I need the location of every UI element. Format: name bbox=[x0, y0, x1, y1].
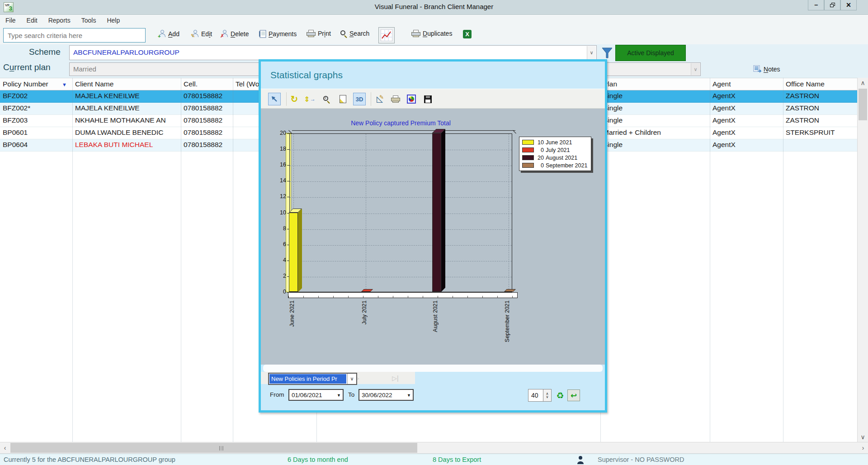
vertical-scroll-thumb[interactable] bbox=[859, 89, 867, 120]
duplicates-button[interactable]: Duplicates bbox=[411, 30, 452, 37]
filter-funnel-icon[interactable] bbox=[601, 47, 613, 60]
menu-edit[interactable]: Edit bbox=[21, 17, 43, 24]
page-icon bbox=[340, 95, 346, 103]
date-range-row: From 01/06/2021 ▼ To 30/06/2022 ▼ 40 ∧ ∨… bbox=[261, 389, 605, 402]
column-office-name[interactable]: Office Name bbox=[786, 80, 854, 88]
dialog-toolbar: ↻ ⇕ → + 3D ◺ ✎ bbox=[261, 89, 605, 109]
pencil-icon: ✎ bbox=[379, 94, 384, 100]
column-separator bbox=[710, 78, 710, 442]
print-button[interactable]: Print bbox=[307, 30, 331, 37]
status-record-count: Currently 5 for the ABCFUNERALPARLOURGRO… bbox=[4, 456, 175, 463]
plot-3d-floor bbox=[288, 292, 518, 298]
restore-button[interactable] bbox=[824, 0, 840, 10]
user-icon bbox=[577, 456, 584, 465]
current-plan-chevron-down-icon[interactable]: ∨ bbox=[691, 63, 700, 75]
spin-down-icon[interactable]: ∨ bbox=[546, 395, 549, 399]
notes-icon bbox=[753, 65, 762, 73]
move-button[interactable]: ⇕ → bbox=[303, 93, 316, 105]
panel-bottom-strip bbox=[263, 365, 603, 372]
plot-3d-top-edge bbox=[292, 130, 515, 131]
return-arrow-icon: ↩ bbox=[571, 391, 577, 400]
zoom-button[interactable]: + bbox=[320, 93, 333, 105]
add-button[interactable]: + Add bbox=[159, 30, 179, 38]
scheme-value: ABCFUNERALPARLOURGROUP bbox=[73, 48, 179, 57]
excel-export-button[interactable]: X bbox=[463, 30, 472, 38]
window-controls: − × bbox=[808, 0, 857, 10]
rotate-button[interactable]: ↻ bbox=[288, 93, 301, 105]
search-button[interactable]: Search bbox=[340, 30, 369, 37]
cell-plan: Married + Children bbox=[603, 128, 708, 137]
column-cell[interactable]: Cell. bbox=[184, 80, 231, 88]
close-button[interactable]: × bbox=[840, 0, 857, 10]
chart-gallery-button[interactable] bbox=[405, 93, 418, 105]
duplicates-label: Duplicates bbox=[423, 30, 452, 37]
close-icon: × bbox=[846, 0, 851, 10]
rotate-icon: ↻ bbox=[291, 94, 298, 104]
chart-panel: New Policy captured Premium Total 024681… bbox=[261, 109, 605, 365]
cell-client: MAJELA KENEILWE bbox=[75, 92, 179, 100]
scroll-up-icon[interactable]: ∧ bbox=[858, 78, 868, 88]
column-policy-number[interactable]: Policy Number bbox=[3, 80, 61, 88]
sort-desc-icon[interactable]: ▼ bbox=[62, 82, 67, 87]
scheme-chevron-down-icon[interactable]: ∨ bbox=[587, 46, 596, 59]
vertical-scrollbar[interactable]: ∧ ∨ bbox=[857, 78, 868, 442]
column-plan[interactable]: Plan bbox=[603, 80, 707, 88]
column-agent[interactable]: Agent bbox=[712, 80, 780, 88]
y-tick-label: 2 bbox=[267, 273, 286, 279]
pointer-mode-button[interactable] bbox=[268, 93, 281, 105]
scroll-right-icon[interactable]: › bbox=[858, 442, 868, 453]
apply-button[interactable]: ↩ bbox=[567, 389, 580, 401]
edit-button[interactable]: ✎ Edit bbox=[192, 30, 212, 38]
nav-last-button[interactable]: ▷| bbox=[392, 375, 398, 382]
from-date-picker[interactable]: 01/06/2021 ▼ bbox=[288, 389, 344, 401]
cell-policy: BP0604 bbox=[3, 141, 71, 149]
duplicates-printer-icon bbox=[411, 30, 420, 37]
delete-person-icon: ✗ bbox=[222, 30, 228, 38]
pie-gallery-icon bbox=[407, 95, 416, 104]
cell-client: MAJELA KENEILWE bbox=[75, 104, 179, 112]
bar-August 2021 bbox=[432, 133, 441, 292]
cell-agent: AgentX bbox=[712, 104, 781, 112]
legend-swatch bbox=[522, 155, 534, 160]
refresh-button[interactable]: ♻ bbox=[555, 389, 566, 401]
horizontal-scrollbar[interactable]: ‹ › bbox=[0, 442, 868, 454]
payments-book-icon bbox=[259, 30, 266, 38]
delete-button[interactable]: ✗ Delete bbox=[222, 30, 249, 38]
save-chart-button[interactable] bbox=[421, 93, 434, 105]
edit-chart-button[interactable]: ◺ ✎ bbox=[374, 93, 387, 105]
search-input[interactable] bbox=[3, 28, 146, 43]
scroll-left-icon[interactable]: ‹ bbox=[0, 442, 10, 453]
move-icon: ⇕ bbox=[304, 95, 310, 104]
payments-button[interactable]: Payments bbox=[259, 30, 297, 38]
report-type-combo[interactable]: New Policies in Period Pr ∨ bbox=[268, 373, 357, 385]
menu-file[interactable]: File bbox=[0, 17, 21, 24]
bar-July 2021 bbox=[361, 289, 373, 292]
depth-page-button[interactable] bbox=[336, 93, 349, 105]
column-client-name[interactable]: Client Name bbox=[75, 80, 178, 88]
scheme-combo[interactable]: ABCFUNERALPARLOURGROUP ∨ bbox=[69, 45, 597, 60]
points-spinner[interactable]: 40 ∧ ∨ bbox=[528, 389, 552, 402]
status-bar: Currently 5 for the ABCFUNERALPARLOURGRO… bbox=[0, 454, 868, 465]
notes-link[interactable]: Notes bbox=[753, 65, 780, 73]
3d-toggle-button[interactable]: 3D bbox=[353, 93, 366, 105]
y-tick-label: 20 bbox=[267, 130, 286, 136]
minimize-button[interactable]: − bbox=[808, 0, 824, 10]
cell-agent: AgentX bbox=[712, 116, 781, 124]
menu-reports[interactable]: Reports bbox=[43, 17, 76, 24]
horizontal-scroll-thumb[interactable] bbox=[10, 443, 417, 453]
status-month-end: 6 Days to month end bbox=[288, 456, 348, 463]
scroll-down-icon[interactable]: ∨ bbox=[858, 432, 868, 442]
print-chart-button[interactable] bbox=[389, 93, 402, 105]
menu-tools[interactable]: Tools bbox=[76, 17, 102, 24]
to-date-picker[interactable]: 30/06/2022 ▼ bbox=[359, 389, 414, 401]
current-plan-value: Married bbox=[73, 65, 96, 73]
cell-plan: Single bbox=[603, 92, 708, 100]
menu-help[interactable]: Help bbox=[101, 17, 125, 24]
dialog-title: Statistical graphs bbox=[270, 70, 343, 81]
active-displayed-button[interactable]: Active Displayed bbox=[615, 45, 686, 61]
x-tick-label: September 2021 bbox=[504, 300, 510, 342]
cell-office: ZASTRON bbox=[786, 116, 854, 124]
statistics-chart-button[interactable] bbox=[378, 27, 395, 43]
to-date-value: 30/06/2022 bbox=[362, 392, 392, 399]
cell-office: ZASTRON bbox=[786, 92, 854, 100]
